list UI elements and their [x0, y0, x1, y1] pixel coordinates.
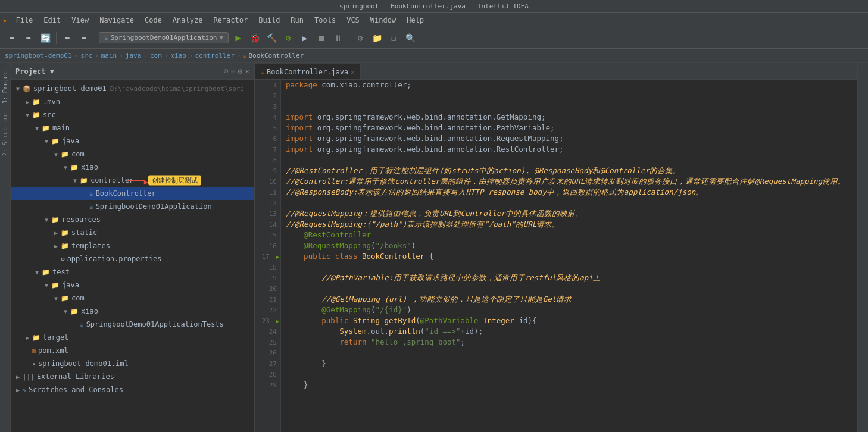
- breadcrumb-controller[interactable]: controller: [195, 52, 235, 60]
- tree-item-iml[interactable]: ▪ springboot-demo01.iml: [11, 357, 254, 370]
- menu-edit[interactable]: Edit: [39, 15, 65, 26]
- tree-item-test-app[interactable]: ☕ SpringbootDemo01ApplicationTests: [11, 318, 254, 331]
- tree-item-springapp[interactable]: ☕ SpringbootDemo01Application: [11, 200, 254, 213]
- tab-bookcontroller[interactable]: ☕ BookController.java ×: [255, 64, 361, 79]
- tree-item-pom[interactable]: m pom.xml: [11, 344, 254, 357]
- arrow-root: ▼: [14, 86, 21, 92]
- run-gutter-icon-17[interactable]: ▶: [276, 253, 279, 260]
- run-config-selector[interactable]: ☕ SpringbootDemo01Application ▼: [99, 32, 229, 43]
- breadcrumb-com[interactable]: com: [150, 52, 162, 60]
- code-line-17: public class BookController {: [286, 251, 853, 262]
- panel-settings-icon[interactable]: ⚙: [238, 67, 242, 76]
- toolbar-nav-back-btn[interactable]: ⬅: [60, 31, 74, 45]
- line-num-11: 11: [255, 187, 280, 198]
- tree-item-controller[interactable]: ▼ 📁 controller ▶ 创建控制层测试: [11, 174, 254, 187]
- arrow-com: ▼: [52, 151, 60, 158]
- breadcrumb-project[interactable]: springboot-demo01: [5, 52, 72, 60]
- menu-vcs[interactable]: VCS: [342, 15, 364, 26]
- code-line-4: import org.springframework.web.bind.anno…: [286, 112, 853, 123]
- arrow-target: ▶: [24, 334, 31, 341]
- tree-item-java[interactable]: ▼ 📁 java: [11, 134, 254, 148]
- breadcrumb-main[interactable]: main: [101, 52, 117, 60]
- debug-button[interactable]: 🐞: [248, 31, 262, 45]
- run2-button[interactable]: ▶: [298, 31, 312, 45]
- breadcrumb-java[interactable]: java: [126, 52, 142, 60]
- bookmark-button[interactable]: ◻: [386, 31, 401, 45]
- toolbar-forward-btn[interactable]: ➡: [21, 31, 36, 45]
- menu-code[interactable]: Code: [140, 15, 167, 26]
- panel-close-icon[interactable]: ×: [245, 67, 249, 76]
- code-content[interactable]: package com.xiao.controller; import org.…: [281, 80, 857, 432]
- tree-item-extlibs[interactable]: ▶ ||| External Libraries: [11, 370, 254, 383]
- code-line-23: public String getById(@PathVariable Inte…: [286, 315, 853, 326]
- build2-button[interactable]: ⚙: [281, 31, 295, 45]
- structure-tab[interactable]: 2: Structure: [0, 108, 10, 161]
- tree-item-test-java[interactable]: ▼ 📁 java: [11, 278, 254, 292]
- menu-navigate[interactable]: Navigate: [95, 15, 139, 26]
- editor-area: ☕ BookController.java × 1 2 3 4 5 6 7 8 …: [255, 63, 857, 432]
- panel-locate-icon[interactable]: ⊕: [224, 67, 229, 76]
- tree-item-appprops[interactable]: ⚙ application.properties: [11, 252, 254, 265]
- search-button[interactable]: 🔍: [403, 31, 417, 45]
- menu-build[interactable]: Build: [254, 15, 285, 26]
- line-num-2: 2: [255, 90, 280, 101]
- tree-item-com[interactable]: ▼ 📁 com: [11, 148, 254, 161]
- tree-item-main[interactable]: ▼ 📁 main: [11, 121, 254, 134]
- tree-item-root[interactable]: ▼ 📦 springboot-demo01 D:\javadcode\heima…: [11, 82, 254, 95]
- toolbar-refresh-btn[interactable]: 🔄: [38, 31, 52, 45]
- tree-item-target[interactable]: ▶ 📁 target: [11, 331, 254, 344]
- run-button[interactable]: ▶: [231, 31, 245, 45]
- line-num-10: 10: [255, 176, 280, 187]
- tree-item-resources[interactable]: ▼ 📁 resources: [11, 213, 254, 226]
- tree-item-test-xiao[interactable]: ▼ 📁 xiao: [11, 305, 254, 318]
- breadcrumb-xiao[interactable]: xiao: [170, 52, 186, 60]
- toolbar-back-btn[interactable]: ⬅: [5, 31, 19, 45]
- right-side-tabs: [857, 63, 868, 432]
- run-gutter-icon-23[interactable]: ▶: [276, 318, 279, 324]
- line-num-28: 28: [255, 369, 280, 380]
- folder-icon-com: 📁: [61, 151, 69, 158]
- settings-button[interactable]: ⚙: [353, 31, 367, 45]
- label-test-xiao: xiao: [81, 307, 98, 315]
- folder-icon-templates: 📁: [61, 242, 69, 250]
- tree-item-src[interactable]: ▼ 📁 src: [11, 108, 254, 121]
- project-tab[interactable]: 1: Project: [0, 63, 10, 108]
- tree-item-scratches[interactable]: ▶ ✎ Scratches and Consoles: [11, 383, 254, 396]
- line-num-20: 20: [255, 283, 280, 294]
- breadcrumb-src[interactable]: src: [80, 52, 92, 60]
- code-editor[interactable]: 1 2 3 4 5 6 7 8 9 10 11 12 13 14 15 16 1…: [255, 80, 857, 432]
- code-line-24: System.out.println("id ==>"+id);: [286, 326, 853, 337]
- tree-item-xiao[interactable]: ▼ 📁 xiao: [11, 161, 254, 174]
- menu-window[interactable]: Window: [366, 15, 401, 26]
- tree-item-static[interactable]: ▶ 📁 static: [11, 226, 254, 239]
- stop-button[interactable]: ⏹: [314, 31, 329, 45]
- menu-tools[interactable]: Tools: [310, 15, 341, 26]
- tree-item-test-com[interactable]: ▼ 📁 com: [11, 292, 254, 305]
- panel-collapse-icon[interactable]: ≡: [231, 67, 236, 76]
- menu-run[interactable]: Run: [286, 15, 308, 26]
- menu-view[interactable]: View: [67, 15, 93, 26]
- folder-button[interactable]: 📁: [370, 31, 384, 45]
- label-test: test: [52, 268, 70, 276]
- folder-icon-src: 📁: [32, 111, 40, 119]
- code-line-14: //@RequestMapping:("/path")表示该控制器处理所有"/p…: [286, 219, 853, 230]
- toolbar-nav-fwd-btn[interactable]: ➡: [77, 31, 91, 45]
- label-src: src: [43, 111, 56, 119]
- menu-help[interactable]: Help: [402, 15, 429, 26]
- tab-close-btn[interactable]: ×: [351, 69, 354, 76]
- menu-analyze[interactable]: Analyze: [168, 15, 208, 26]
- menu-file[interactable]: File: [11, 15, 38, 26]
- tree-item-test[interactable]: ▼ 📁 test: [11, 265, 254, 278]
- folder-icon-test: 📁: [42, 268, 50, 276]
- tree-item-templates[interactable]: ▶ 📁 templates: [11, 239, 254, 252]
- arrow-test-com: ▼: [52, 295, 60, 302]
- build-button[interactable]: 🔨: [264, 31, 279, 45]
- label-bookcontroller: BookController: [96, 189, 156, 198]
- tree-item-bookcontroller[interactable]: ☕ BookController: [11, 187, 254, 200]
- tree-item-mvn[interactable]: ▶ 📁 .mvn: [11, 95, 254, 108]
- scratches-icon: ✎: [23, 387, 26, 393]
- label-main: main: [52, 124, 70, 132]
- menu-refactor[interactable]: Refactor: [208, 15, 252, 26]
- pause-button[interactable]: ⏸: [331, 31, 345, 45]
- line-num-1: 1: [255, 80, 280, 90]
